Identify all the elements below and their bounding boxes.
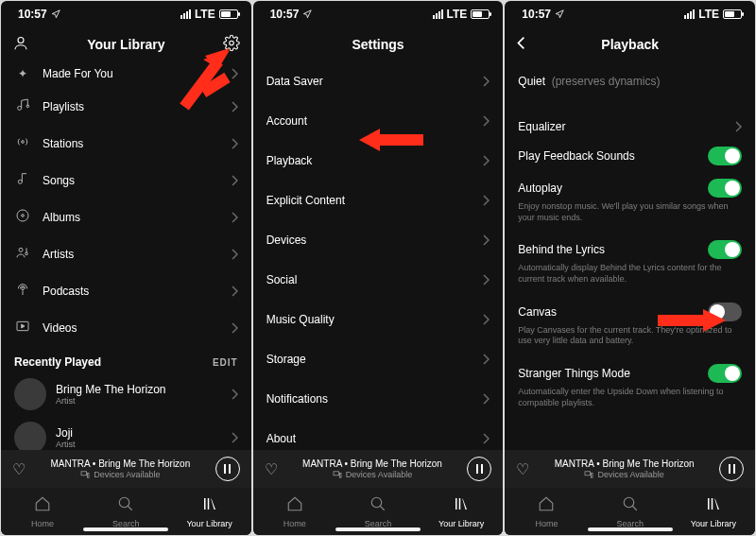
page-title: Your Library	[87, 37, 164, 52]
tab-home[interactable]: Home	[505, 488, 588, 535]
made-for-you-row[interactable]: ✦ Made For You	[1, 61, 251, 88]
settings-row-music-quality[interactable]: Music Quality	[253, 300, 504, 339]
equalizer-label: Equalizer	[518, 120, 565, 133]
now-playing-bar[interactable]: ♡ MANTRA • Bring Me The Horizon Devices …	[1, 450, 251, 488]
playback-row-label: Stranger Things Mode	[518, 367, 630, 380]
library-row-songs[interactable]: Songs	[1, 162, 251, 199]
tab-search-label: Search	[365, 519, 392, 528]
stations-icon	[14, 134, 31, 152]
svg-point-7	[22, 215, 25, 217]
location-icon	[555, 9, 564, 19]
playback-row-play-feedback-sounds: Play Feedback Sounds	[505, 137, 755, 169]
playback-row-label: Canvas	[518, 305, 557, 319]
tab-library[interactable]: Your Library	[420, 488, 503, 535]
svg-point-8	[19, 248, 23, 251]
toggle-play-feedback-sounds[interactable]	[708, 147, 742, 165]
library-row-videos[interactable]: Videos	[1, 309, 251, 346]
phone-settings: 10:57 LTE Settings Data SaverAccountPlay…	[253, 1, 504, 535]
tab-library[interactable]: Your Library	[672, 488, 755, 535]
library-row-albums[interactable]: Albums	[1, 199, 251, 235]
chevron-right-icon	[482, 115, 490, 127]
toggle-stranger-things-mode[interactable]	[708, 364, 742, 383]
now-playing-bar[interactable]: ♡ MANTRA • Bring Me The Horizon Devices …	[253, 450, 504, 488]
library-row-artists[interactable]: Artists	[1, 235, 251, 272]
settings-row-label: Explicit Content	[266, 194, 345, 207]
pause-button[interactable]	[215, 457, 240, 481]
devices-icon	[333, 471, 342, 478]
chevron-right-icon	[482, 274, 490, 285]
settings-row-about[interactable]: About	[253, 419, 504, 450]
tab-library-label: Your Library	[691, 519, 736, 528]
playback-row-behind-the-lyrics: Behind the Lyrics	[505, 231, 755, 263]
network-label: LTE	[447, 8, 468, 21]
recent-item[interactable]: Bring Me The HorizonArtist	[1, 372, 251, 416]
svg-rect-13	[88, 473, 90, 477]
heart-icon[interactable]: ♡	[516, 460, 529, 478]
status-bar: 10:57 LTE	[505, 1, 755, 27]
edit-button[interactable]: EDIT	[213, 357, 238, 368]
settings-row-explicit-content[interactable]: Explicit Content	[253, 181, 504, 220]
devices-available-label: Devices Available	[94, 470, 160, 480]
tab-home[interactable]: Home	[1, 488, 84, 535]
svg-rect-24	[455, 498, 457, 510]
equalizer-row[interactable]: Equalizer	[505, 111, 755, 137]
gear-icon[interactable]	[223, 35, 240, 55]
svg-point-10	[22, 287, 25, 290]
library-row-playlists[interactable]: Playlists	[1, 88, 251, 125]
toggle-autoplay[interactable]	[708, 179, 742, 198]
playback-row-description: Enjoy nonstop music. We'll play you simi…	[505, 201, 755, 231]
back-icon[interactable]	[516, 37, 527, 53]
chevron-right-icon	[482, 314, 490, 325]
playback-row-label: Autoplay	[518, 182, 562, 195]
quiet-row[interactable]: Quiet (preserves dynamics)	[505, 61, 755, 92]
chevron-right-icon	[482, 195, 490, 206]
svg-point-9	[26, 252, 28, 255]
network-label: LTE	[195, 8, 215, 21]
home-indicator[interactable]	[335, 527, 421, 531]
svg-rect-31	[712, 498, 713, 510]
chevron-right-icon	[231, 101, 238, 112]
svg-point-0	[18, 38, 24, 43]
playback-row-label: Play Feedback Sounds	[518, 149, 634, 163]
library-icon	[453, 495, 470, 516]
status-time: 10:57	[18, 8, 47, 21]
home-indicator[interactable]	[83, 527, 168, 531]
pause-button[interactable]	[467, 457, 491, 481]
tab-search-label: Search	[112, 519, 140, 528]
toggle-behind-the-lyrics[interactable]	[708, 240, 742, 259]
recent-item[interactable]: JojiArtist	[1, 416, 251, 450]
quiet-label: Quiet	[518, 75, 545, 88]
settings-row-playback[interactable]: Playback	[253, 141, 504, 181]
location-icon	[302, 9, 312, 19]
settings-row-account[interactable]: Account	[253, 101, 504, 141]
tab-library[interactable]: Your Library	[167, 488, 250, 535]
settings-row-notifications[interactable]: Notifications	[253, 379, 504, 419]
playback-row-stranger-things-mode: Stranger Things Mode	[505, 354, 755, 387]
page-title: Settings	[352, 37, 404, 52]
pause-button[interactable]	[719, 457, 744, 481]
playback-row-canvas: Canvas	[505, 293, 755, 325]
heart-icon[interactable]: ♡	[265, 460, 278, 478]
library-header: Your Library	[1, 27, 251, 61]
svg-point-23	[371, 497, 382, 508]
now-playing-bar[interactable]: ♡ MANTRA • Bring Me The Horizon Devices …	[505, 450, 755, 488]
settings-row-label: Social	[266, 273, 298, 286]
tab-home[interactable]: Home	[253, 488, 336, 535]
settings-row-social[interactable]: Social	[253, 260, 504, 300]
library-row-stations[interactable]: Stations	[1, 125, 251, 162]
toggle-canvas[interactable]	[708, 303, 742, 321]
chevron-right-icon	[231, 432, 238, 443]
settings-row-data-saver[interactable]: Data Saver	[253, 61, 504, 101]
heart-icon[interactable]: ♡	[12, 460, 26, 478]
settings-row-devices[interactable]: Devices	[253, 220, 504, 260]
settings-row-storage[interactable]: Storage	[253, 339, 504, 379]
home-icon	[538, 495, 555, 516]
profile-icon[interactable]	[12, 35, 29, 55]
library-row-podcasts[interactable]: Podcasts	[1, 272, 251, 309]
home-indicator[interactable]	[588, 527, 673, 531]
library-row-label: Songs	[43, 174, 75, 187]
settings-header: Settings	[253, 27, 504, 61]
album-art	[14, 378, 46, 410]
svg-point-4	[22, 141, 25, 144]
recent-title: Bring Me The Horizon	[56, 383, 166, 396]
